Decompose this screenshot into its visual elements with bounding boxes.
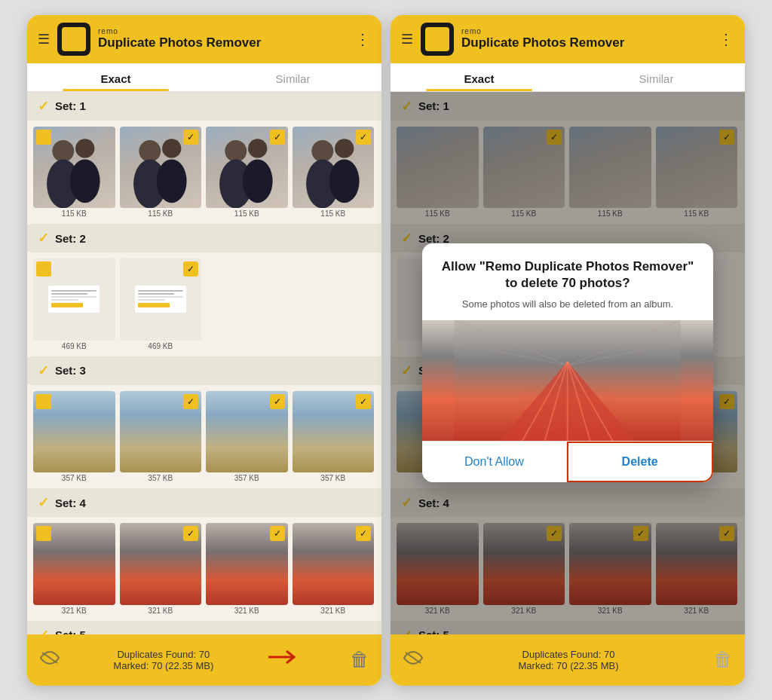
photo-thumb-2-1 [33, 258, 115, 341]
set-checkmark-2: ✓ [38, 230, 49, 246]
tabs-bar-1: Exact Similar [27, 63, 381, 92]
photo-thumb-1-3: ✓ [206, 127, 288, 209]
dialog-title: Allow "Remo Duplicate Photos Remover" to… [436, 258, 699, 292]
set-label-1: Set: 1 [55, 99, 86, 112]
photo-cell-3-3[interactable]: ✓ 357 KB [206, 391, 288, 483]
check-badge-2-2: ✓ [183, 261, 198, 277]
photo-cell-4-1[interactable]: 321 KB [33, 523, 115, 615]
photo-thumb-1-1 [33, 127, 115, 209]
tab-exact-1[interactable]: Exact [27, 63, 204, 91]
check-badge-4-4: ✓ [356, 526, 371, 541]
hide-icon-2 [403, 650, 424, 670]
dialog-image [422, 320, 712, 441]
photo-thumb-2-2: ✓ [120, 258, 202, 341]
title-block-1: remo Duplicate Photos Remover [98, 27, 348, 50]
photo-cell-2-1[interactable]: 469 KB [33, 258, 115, 350]
photo-cell-4-2[interactable]: ✓ 321 KB [120, 523, 202, 615]
photo-size-4-1: 321 KB [33, 607, 115, 615]
screen2: ☰ remo Duplicate Photos Remover ⋮ Ex [391, 15, 745, 686]
set-header-5: ✓ Set: 5 [27, 621, 381, 634]
tab-similar-1[interactable]: Similar [204, 63, 381, 91]
app-logo-2 [421, 23, 454, 56]
arrow-right-icon [267, 648, 297, 671]
photo-cell-1-4[interactable]: ✓ 115 KB [293, 127, 375, 219]
title-block-2: remo Duplicate Photos Remover [461, 27, 711, 50]
set-header-4: ✓ Set: 4 [27, 488, 381, 517]
photo-cell-4-3[interactable]: ✓ 321 KB [206, 523, 288, 615]
hide-icon[interactable] [39, 650, 60, 670]
svg-rect-2 [65, 40, 73, 48]
photo-cell-1-2[interactable]: ✓ 115 KB [120, 127, 202, 219]
yellow-badge-3-1 [36, 394, 51, 409]
dialog-overlay: Allow "Remo Duplicate Photos Remover" to… [391, 92, 745, 634]
svg-rect-22 [428, 30, 437, 38]
svg-rect-1 [75, 30, 83, 38]
photo-size-2-1: 469 KB [33, 342, 115, 350]
svg-point-8 [139, 140, 161, 162]
photo-thumb-1-4: ✓ [293, 127, 375, 209]
delete-trash-icon-2[interactable]: 🗑 [713, 648, 733, 671]
svg-point-17 [335, 139, 354, 157]
photo-cell-3-2[interactable]: ✓ 357 KB [120, 391, 202, 483]
check-badge-4-2: ✓ [183, 526, 198, 541]
escalator-image [422, 320, 712, 441]
app-header-2: ☰ remo Duplicate Photos Remover ⋮ [391, 15, 745, 63]
photo-thumb-3-1 [33, 391, 115, 473]
app-header-1: ☰ remo Duplicate Photos Remover ⋮ [27, 15, 381, 63]
photo-size-3-4: 357 KB [293, 474, 375, 482]
app-title-2: Duplicate Photos Remover [461, 35, 711, 50]
delete-trash-icon-1[interactable]: 🗑 [350, 648, 369, 671]
logo-inner-1 [62, 27, 86, 51]
photo-thumb-1-2: ✓ [120, 127, 202, 209]
tab-exact-2[interactable]: Exact [391, 63, 568, 91]
photo-cell-1-1[interactable]: 115 KB [33, 127, 115, 219]
photo-size-3-1: 357 KB [33, 474, 115, 482]
dialog-text-section: Allow "Remo Duplicate Photos Remover" to… [422, 243, 712, 320]
bottom-bar-2: Duplicates Found: 70 Marked: 70 (22.35 M… [391, 634, 745, 686]
duplicates-found-label-2: Duplicates Found: 70 [519, 649, 619, 660]
photo-cell-1-3[interactable]: ✓ 115 KB [206, 127, 288, 219]
check-badge-3-2: ✓ [183, 394, 198, 409]
svg-point-5 [75, 139, 94, 157]
photo-cell-4-4[interactable]: ✓ 321 KB [293, 523, 375, 615]
svg-rect-23 [438, 30, 446, 38]
photo-size-1-4: 115 KB [293, 209, 375, 218]
dont-allow-button[interactable]: Don't Allow [422, 442, 566, 482]
photo-thumb-3-3: ✓ [206, 391, 288, 473]
set-label-4: Set: 4 [55, 497, 86, 509]
svg-point-4 [52, 140, 74, 162]
photo-size-4-3: 321 KB [206, 607, 288, 615]
menu-icon-1[interactable]: ☰ [38, 31, 50, 47]
photo-cell-3-1[interactable]: 357 KB [33, 391, 115, 483]
photo-grid-3: 357 KB ✓ 357 KB ✓ 357 KB ✓ [27, 385, 381, 489]
photo-grid-2: 469 KB ✓ 469 KB [27, 252, 381, 356]
set-header-2: ✓ Set: 2 [27, 224, 381, 252]
photo-thumb-4-1 [33, 523, 115, 605]
set-checkmark-3: ✓ [38, 362, 49, 379]
photo-grid-4: 321 KB ✓ 321 KB ✓ 321 KB ✓ [27, 517, 381, 621]
check-badge-3-4: ✓ [356, 394, 371, 409]
photo-thumb-3-4: ✓ [293, 391, 375, 473]
duplicates-found-label-1: Duplicates Found: 70 [113, 649, 213, 660]
app-logo-1 [57, 23, 90, 56]
tab-similar-2[interactable]: Similar [568, 63, 745, 91]
photo-cell-3-4[interactable]: ✓ 357 KB [293, 391, 375, 483]
photo-size-3-2: 357 KB [120, 474, 202, 482]
check-badge-3-3: ✓ [270, 394, 285, 409]
delete-button[interactable]: Delete [567, 442, 713, 482]
marked-label-2: Marked: 70 (22.35 MB) [519, 660, 619, 671]
photo-size-1-2: 115 KB [120, 209, 202, 218]
photo-thumb-4-3: ✓ [206, 523, 288, 605]
set-header-1: ✓ Set: 1 [27, 92, 381, 121]
svg-rect-3 [75, 40, 83, 48]
app-title-1: Duplicate Photos Remover [98, 35, 348, 50]
photo-size-1-3: 115 KB [206, 209, 288, 218]
svg-point-9 [162, 139, 181, 157]
more-options-icon-2[interactable]: ⋮ [718, 30, 734, 48]
menu-icon-2[interactable]: ☰ [401, 31, 413, 47]
scroll-content-2: ✓ Set: 1 115 KB ✓ 115 KB 115 KB [391, 92, 745, 634]
more-options-icon-1[interactable]: ⋮ [355, 30, 371, 48]
photo-cell-2-2[interactable]: ✓ 469 KB [120, 258, 202, 350]
scroll-content-1: ✓ Set: 1 115 KB [27, 92, 381, 634]
bottom-stats-1: Duplicates Found: 70 Marked: 70 (22.35 M… [113, 649, 213, 671]
